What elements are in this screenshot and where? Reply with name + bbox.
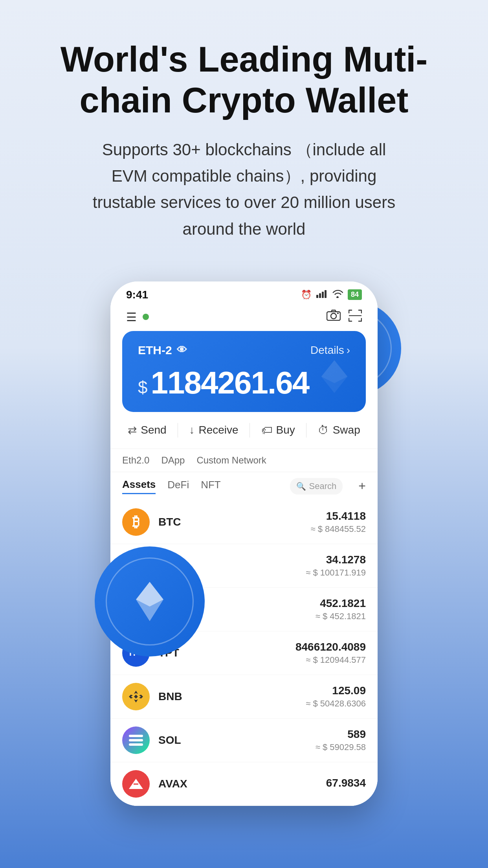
action-buttons: ⇄ Send ↓ Receive 🏷 Buy ⏱ Swap <box>110 412 378 449</box>
asset-item-btc[interactable]: ₿ BTC 15.4118 ≈ $ 848455.52 <box>110 500 378 544</box>
nav-bar: ☰ <box>110 305 378 331</box>
tpt-amount: 8466120.4089 <box>295 641 366 653</box>
nav-right <box>327 309 362 325</box>
search-box[interactable]: 🔍 Search <box>290 478 343 495</box>
search-icon: 🔍 <box>296 482 306 491</box>
add-asset-button[interactable]: + <box>358 479 366 493</box>
tab-defi[interactable]: DeFi <box>167 479 189 493</box>
chain-tab-dapp[interactable]: DApp <box>161 455 185 466</box>
receive-icon: ↓ <box>189 424 195 436</box>
chain-tab-custom[interactable]: Custom Network <box>196 455 266 466</box>
btc-values: 15.4118 ≈ $ 848455.52 <box>310 510 366 534</box>
sol-usd: ≈ $ 59029.58 <box>316 742 366 752</box>
usdt-values: 452.1821 ≈ $ 452.1821 <box>316 597 366 622</box>
eth-usd: ≈ $ 100171.919 <box>306 568 366 578</box>
svg-rect-21 <box>134 783 138 785</box>
eth-amount: 34.1278 <box>306 554 366 566</box>
svg-marker-15 <box>139 695 143 699</box>
chain-tabs: Eth2.0 DApp Custom Network <box>110 449 378 472</box>
swap-icon: ⏱ <box>318 424 329 437</box>
bnb-amount: 125.09 <box>306 684 366 697</box>
avax-symbol: AVAX <box>158 778 326 790</box>
eth-values: 34.1278 ≈ $ 100171.919 <box>306 554 366 578</box>
hero-section: World's Leading Muti-chain Crypto Wallet… <box>0 0 488 258</box>
avax-values: 67.9834 <box>326 777 366 791</box>
wallet-card: ETH-2 👁 Details › $ 1184261.64 <box>122 331 366 412</box>
svg-point-5 <box>331 313 336 319</box>
bnb-values: 125.09 ≈ $ 50428.6306 <box>306 684 366 709</box>
asset-item-avax[interactable]: AVAX 67.9834 <box>110 762 378 806</box>
hamburger-icon[interactable]: ☰ <box>126 310 137 324</box>
avax-amount: 67.9834 <box>326 777 366 789</box>
svg-rect-19 <box>129 743 143 746</box>
search-placeholder: Search <box>309 481 337 491</box>
svg-point-6 <box>337 313 339 314</box>
usdt-amount: 452.1821 <box>316 597 366 610</box>
camera-icon[interactable] <box>327 309 341 325</box>
phone-mockup: 9:41 ⏰ <box>110 281 378 806</box>
status-dot <box>143 314 149 320</box>
tpt-values: 8466120.4089 ≈ $ 120944.577 <box>295 641 366 665</box>
eth-watermark <box>315 357 354 398</box>
status-icons: ⏰ <box>301 289 362 300</box>
tab-nft[interactable]: NFT <box>201 479 221 493</box>
send-icon: ⇄ <box>128 424 137 437</box>
svg-rect-18 <box>129 739 143 741</box>
btc-logo: ₿ <box>122 508 150 536</box>
buy-icon: 🏷 <box>261 424 272 437</box>
svg-rect-0 <box>316 295 318 298</box>
tpt-usd: ≈ $ 120944.577 <box>295 655 366 665</box>
svg-rect-3 <box>325 290 327 298</box>
swap-button[interactable]: ⏱ Swap <box>318 420 360 441</box>
sol-symbol: SOL <box>158 734 316 747</box>
svg-rect-1 <box>319 293 321 298</box>
tab-assets[interactable]: Assets <box>122 478 156 494</box>
bnb-usd: ≈ $ 50428.6306 <box>306 699 366 709</box>
phone-container: 9:41 ⏰ <box>0 281 488 806</box>
status-bar: 9:41 ⏰ <box>110 281 378 305</box>
buy-button[interactable]: 🏷 Buy <box>261 420 295 441</box>
scan-icon[interactable] <box>349 309 362 325</box>
status-time: 9:41 <box>126 289 148 301</box>
wallet-card-header: ETH-2 👁 Details › <box>138 344 350 357</box>
svg-marker-12 <box>134 691 138 694</box>
btc-amount: 15.4118 <box>310 510 366 522</box>
hero-subtitle: Supports 30+ blockchains （include all EV… <box>87 136 401 242</box>
nav-left: ☰ <box>126 310 149 324</box>
btc-usd: ≈ $ 848455.52 <box>310 524 366 534</box>
chain-tab-eth2[interactable]: Eth2.0 <box>122 455 149 466</box>
sol-values: 589 ≈ $ 59029.58 <box>316 728 366 752</box>
balance-amount: 1184261.64 <box>150 365 309 401</box>
asset-item-sol[interactable]: SOL 589 ≈ $ 59029.58 <box>110 719 378 762</box>
divider-2 <box>250 423 250 438</box>
phone-wrapper: 9:41 ⏰ <box>110 281 378 806</box>
deco-inner-circle-left <box>106 557 194 645</box>
asset-tabs: Assets DeFi NFT 🔍 Search + <box>110 472 378 500</box>
sol-logo <box>122 726 150 754</box>
svg-marker-14 <box>129 695 133 699</box>
svg-rect-2 <box>322 292 324 298</box>
alarm-icon: ⏰ <box>301 290 312 300</box>
hero-title: World's Leading Muti-chain Crypto Wallet <box>31 39 457 121</box>
bnb-logo <box>122 683 150 710</box>
asset-item-bnb[interactable]: BNB 125.09 ≈ $ 50428.6306 <box>110 675 378 719</box>
balance-symbol: $ <box>138 378 147 397</box>
svg-rect-17 <box>129 735 143 737</box>
svg-marker-13 <box>134 699 138 702</box>
tpt-symbol: TPT <box>158 647 295 659</box>
avax-logo <box>122 770 150 798</box>
divider-1 <box>178 423 178 438</box>
receive-button[interactable]: ↓ Receive <box>189 420 238 441</box>
svg-marker-16 <box>134 695 138 699</box>
wallet-chain-label: ETH-2 👁 <box>138 344 187 357</box>
eye-icon[interactable]: 👁 <box>177 344 187 356</box>
details-link[interactable]: Details › <box>310 344 350 357</box>
usdt-usd: ≈ $ 452.1821 <box>316 611 366 622</box>
bnb-symbol: BNB <box>158 690 306 703</box>
deco-circle-left <box>95 546 205 657</box>
send-button[interactable]: ⇄ Send <box>128 420 166 441</box>
divider-3 <box>306 423 306 438</box>
signal-icon <box>316 289 327 300</box>
wallet-balance: $ 1184261.64 <box>138 365 350 401</box>
btc-symbol: BTC <box>158 516 310 528</box>
